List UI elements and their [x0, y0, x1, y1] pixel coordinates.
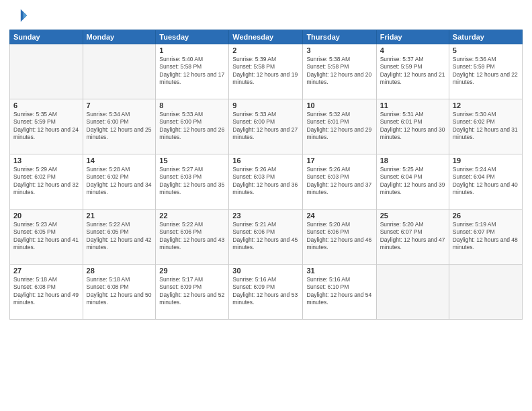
- day-number: 2: [232, 46, 299, 54]
- day-number: 6: [13, 101, 79, 109]
- day-info: Sunrise: 5:18 AMSunset: 6:08 PMDaylight:…: [87, 276, 152, 307]
- calendar-cell: 9Sunrise: 5:33 AMSunset: 6:00 PMDaylight…: [229, 99, 303, 154]
- day-number: 11: [380, 101, 445, 109]
- day-number: 31: [306, 267, 372, 275]
- calendar-cell: [449, 265, 522, 320]
- day-number: 3: [306, 46, 372, 54]
- svg-marker-1: [24, 11, 28, 19]
- calendar-cell: 24Sunrise: 5:20 AMSunset: 6:06 PMDayligh…: [303, 210, 376, 265]
- day-info: Sunrise: 5:20 AMSunset: 6:06 PMDaylight:…: [306, 221, 372, 252]
- day-info: Sunrise: 5:30 AMSunset: 6:02 PMDaylight:…: [453, 111, 519, 142]
- day-info: Sunrise: 5:17 AMSunset: 6:09 PMDaylight:…: [159, 276, 225, 307]
- day-number: 8: [159, 101, 225, 109]
- calendar-week-1: 1Sunrise: 5:40 AMSunset: 5:58 PMDaylight…: [10, 44, 523, 99]
- day-number: 7: [87, 101, 152, 109]
- col-header-friday: Friday: [376, 30, 449, 44]
- day-number: 1: [159, 46, 225, 54]
- day-info: Sunrise: 5:32 AMSunset: 6:01 PMDaylight:…: [306, 111, 372, 142]
- day-info: Sunrise: 5:18 AMSunset: 6:08 PMDaylight:…: [13, 276, 79, 307]
- calendar-cell: 29Sunrise: 5:17 AMSunset: 6:09 PMDayligh…: [156, 265, 229, 320]
- calendar-cell: 23Sunrise: 5:21 AMSunset: 6:06 PMDayligh…: [229, 210, 303, 265]
- calendar-week-4: 20Sunrise: 5:23 AMSunset: 6:05 PMDayligh…: [10, 210, 523, 265]
- col-header-thursday: Thursday: [303, 30, 376, 44]
- calendar-cell: 12Sunrise: 5:30 AMSunset: 6:02 PMDayligh…: [449, 99, 522, 154]
- day-number: 14: [87, 156, 152, 165]
- day-number: 9: [232, 101, 299, 109]
- day-info: Sunrise: 5:38 AMSunset: 5:58 PMDaylight:…: [306, 56, 372, 87]
- calendar-cell: 26Sunrise: 5:19 AMSunset: 6:07 PMDayligh…: [449, 210, 522, 265]
- day-number: 5: [453, 46, 519, 54]
- logo: [9, 7, 30, 26]
- day-info: Sunrise: 5:31 AMSunset: 6:01 PMDaylight:…: [380, 111, 445, 142]
- logo-icon: [9, 7, 28, 26]
- calendar-cell: 14Sunrise: 5:28 AMSunset: 6:02 PMDayligh…: [83, 154, 156, 210]
- day-number: 18: [380, 156, 445, 165]
- calendar-cell: [10, 44, 83, 99]
- calendar-cell: 7Sunrise: 5:34 AMSunset: 6:00 PMDaylight…: [83, 99, 156, 154]
- calendar-week-3: 13Sunrise: 5:29 AMSunset: 6:02 PMDayligh…: [10, 154, 523, 210]
- day-info: Sunrise: 5:16 AMSunset: 6:10 PMDaylight:…: [306, 276, 372, 307]
- day-info: Sunrise: 5:37 AMSunset: 5:59 PMDaylight:…: [380, 56, 445, 87]
- calendar-cell: 8Sunrise: 5:33 AMSunset: 6:00 PMDaylight…: [156, 99, 229, 154]
- day-number: 23: [232, 212, 299, 220]
- day-info: Sunrise: 5:22 AMSunset: 6:06 PMDaylight:…: [159, 221, 225, 252]
- day-info: Sunrise: 5:33 AMSunset: 6:00 PMDaylight:…: [159, 111, 225, 142]
- calendar-cell: 13Sunrise: 5:29 AMSunset: 6:02 PMDayligh…: [10, 154, 83, 210]
- header: [9, 7, 523, 26]
- day-info: Sunrise: 5:20 AMSunset: 6:07 PMDaylight:…: [380, 221, 445, 252]
- calendar-cell: [376, 265, 449, 320]
- calendar-week-5: 27Sunrise: 5:18 AMSunset: 6:08 PMDayligh…: [10, 265, 523, 320]
- calendar-week-2: 6Sunrise: 5:35 AMSunset: 5:59 PMDaylight…: [10, 99, 523, 154]
- day-info: Sunrise: 5:21 AMSunset: 6:06 PMDaylight:…: [232, 221, 299, 252]
- col-header-monday: Monday: [83, 30, 156, 44]
- day-number: 4: [380, 46, 445, 54]
- calendar-cell: 27Sunrise: 5:18 AMSunset: 6:08 PMDayligh…: [10, 265, 83, 320]
- day-number: 30: [232, 267, 299, 275]
- day-number: 16: [232, 156, 299, 165]
- day-number: 10: [306, 101, 372, 109]
- day-number: 27: [13, 267, 79, 275]
- day-number: 17: [306, 156, 372, 165]
- calendar-cell: 16Sunrise: 5:26 AMSunset: 6:03 PMDayligh…: [229, 154, 303, 210]
- calendar-cell: 28Sunrise: 5:18 AMSunset: 6:08 PMDayligh…: [83, 265, 156, 320]
- col-header-saturday: Saturday: [449, 30, 522, 44]
- calendar-cell: 20Sunrise: 5:23 AMSunset: 6:05 PMDayligh…: [10, 210, 83, 265]
- day-number: 15: [159, 156, 225, 165]
- day-info: Sunrise: 5:39 AMSunset: 5:58 PMDaylight:…: [232, 56, 299, 87]
- calendar-cell: 1Sunrise: 5:40 AMSunset: 5:58 PMDaylight…: [156, 44, 229, 99]
- calendar-cell: 11Sunrise: 5:31 AMSunset: 6:01 PMDayligh…: [376, 99, 449, 154]
- calendar-cell: 15Sunrise: 5:27 AMSunset: 6:03 PMDayligh…: [156, 154, 229, 210]
- day-number: 13: [13, 156, 79, 165]
- calendar-table: SundayMondayTuesdayWednesdayThursdayFrid…: [9, 30, 523, 320]
- calendar-cell: 19Sunrise: 5:24 AMSunset: 6:04 PMDayligh…: [449, 154, 522, 210]
- calendar-cell: 30Sunrise: 5:16 AMSunset: 6:09 PMDayligh…: [229, 265, 303, 320]
- calendar-cell: 4Sunrise: 5:37 AMSunset: 5:59 PMDaylight…: [376, 44, 449, 99]
- day-info: Sunrise: 5:27 AMSunset: 6:03 PMDaylight:…: [159, 166, 225, 197]
- day-number: 26: [453, 212, 519, 220]
- calendar-cell: 21Sunrise: 5:22 AMSunset: 6:05 PMDayligh…: [83, 210, 156, 265]
- calendar-cell: 18Sunrise: 5:25 AMSunset: 6:04 PMDayligh…: [376, 154, 449, 210]
- day-number: 25: [380, 212, 445, 220]
- calendar-cell: 31Sunrise: 5:16 AMSunset: 6:10 PMDayligh…: [303, 265, 376, 320]
- calendar-cell: [83, 44, 156, 99]
- day-info: Sunrise: 5:16 AMSunset: 6:09 PMDaylight:…: [232, 276, 299, 307]
- day-info: Sunrise: 5:26 AMSunset: 6:03 PMDaylight:…: [306, 166, 372, 197]
- day-info: Sunrise: 5:29 AMSunset: 6:02 PMDaylight:…: [13, 166, 79, 197]
- day-info: Sunrise: 5:36 AMSunset: 5:59 PMDaylight:…: [453, 56, 519, 87]
- col-header-wednesday: Wednesday: [229, 30, 303, 44]
- day-number: 12: [453, 101, 519, 109]
- day-number: 22: [159, 212, 225, 220]
- col-header-sunday: Sunday: [10, 30, 83, 44]
- day-info: Sunrise: 5:26 AMSunset: 6:03 PMDaylight:…: [232, 166, 299, 197]
- day-number: 19: [453, 156, 519, 165]
- calendar-cell: 6Sunrise: 5:35 AMSunset: 5:59 PMDaylight…: [10, 99, 83, 154]
- day-number: 21: [87, 212, 152, 220]
- calendar-cell: 22Sunrise: 5:22 AMSunset: 6:06 PMDayligh…: [156, 210, 229, 265]
- day-info: Sunrise: 5:23 AMSunset: 6:05 PMDaylight:…: [13, 221, 79, 252]
- page: SundayMondayTuesdayWednesdayThursdayFrid…: [0, 0, 532, 411]
- calendar-cell: 17Sunrise: 5:26 AMSunset: 6:03 PMDayligh…: [303, 154, 376, 210]
- day-info: Sunrise: 5:19 AMSunset: 6:07 PMDaylight:…: [453, 221, 519, 252]
- day-info: Sunrise: 5:25 AMSunset: 6:04 PMDaylight:…: [380, 166, 445, 197]
- day-info: Sunrise: 5:35 AMSunset: 5:59 PMDaylight:…: [13, 111, 79, 142]
- day-info: Sunrise: 5:34 AMSunset: 6:00 PMDaylight:…: [87, 111, 152, 142]
